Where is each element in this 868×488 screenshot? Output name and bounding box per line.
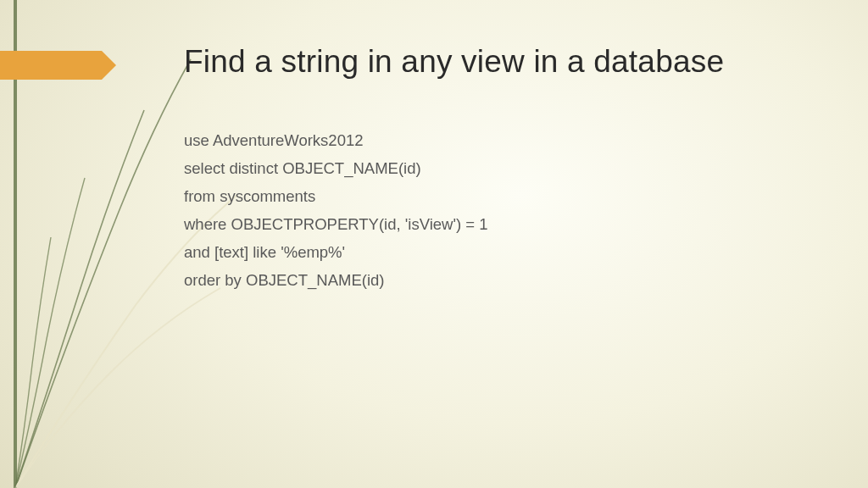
- code-line: order by OBJECT_NAME(id): [184, 267, 488, 295]
- orange-arrow-banner: [0, 51, 102, 80]
- code-line: use AdventureWorks2012: [184, 127, 488, 155]
- code-line: from syscomments: [184, 183, 488, 211]
- code-line: where OBJECTPROPERTY(id, 'isView') = 1: [184, 211, 488, 239]
- code-line: select distinct OBJECT_NAME(id): [184, 155, 488, 183]
- slide-title: Find a string in any view in a database: [184, 44, 724, 80]
- code-line: and [text] like '%emp%': [184, 239, 488, 267]
- sql-code-block: use AdventureWorks2012 select distinct O…: [184, 127, 488, 295]
